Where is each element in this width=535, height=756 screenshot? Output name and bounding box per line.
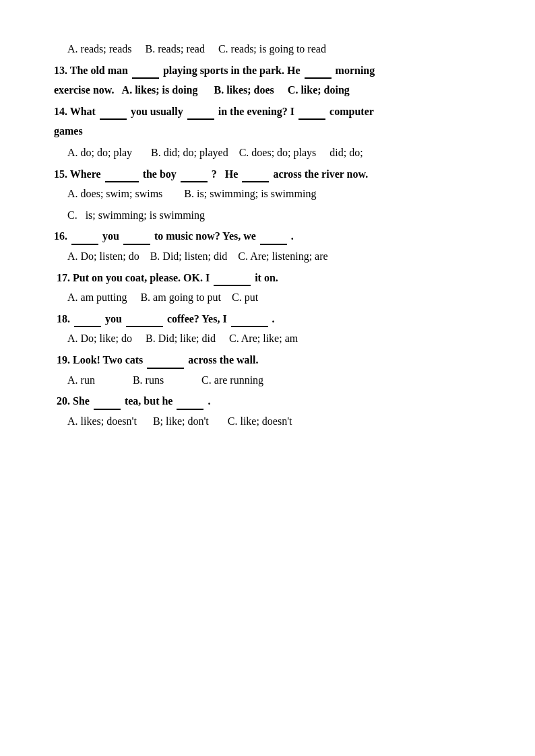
q18-blank1: [74, 315, 101, 327]
q18-text: 18. you coffee? Yes, I .: [54, 313, 275, 324]
q13-blank1: [132, 67, 159, 79]
q15-text: 15. Where the boy ? He across the river …: [54, 168, 368, 180]
q20-options-text: A. likes; doesn't B; like; don't C. like…: [67, 415, 292, 427]
q14-blank3: [298, 108, 325, 120]
q19-blank1: [147, 357, 184, 369]
question-14: 14. What you usually in the evening? I c…: [54, 103, 481, 121]
q20-blank1: [94, 398, 121, 410]
q15-optA-text: A. does; swim; swims B. is; swimming; is…: [67, 188, 316, 199]
q17-blank1: [214, 274, 251, 286]
main-content: A. reads; reads B. reads; read C. reads;…: [54, 40, 481, 429]
q14-continuation: games: [54, 123, 481, 140]
question-13: 13. The old man playing sports in the pa…: [54, 62, 481, 79]
q18-options-text: A. Do; like; do B. Did; like; did C. Are…: [67, 333, 298, 344]
q18-blank3: [231, 315, 268, 327]
q19-options-text: A. run B. runs C. are running: [67, 374, 263, 386]
options-q17: A. am putting B. am going to put C. put: [54, 289, 481, 306]
q20-blank2: [177, 398, 203, 410]
question-19: 19. Look! Two cats across the wall.: [54, 351, 481, 369]
q16-blank1: [71, 233, 98, 245]
q14-blank1: [100, 108, 127, 120]
options-q15a: A. does; swim; swims B. is; swimming; is…: [54, 185, 481, 203]
question-20: 20. She tea, but he .: [54, 392, 481, 410]
options-q12: A. reads; reads B. reads; read C. reads;…: [54, 40, 481, 58]
q14-text: 14. What you usually in the evening? I c…: [54, 106, 374, 117]
q13-cont-text: exercise now. A. likes; is doing B. like…: [54, 84, 350, 96]
q18-blank2: [126, 315, 163, 327]
option-text: A. reads; reads B. reads; read C. reads;…: [67, 43, 326, 55]
q17-text: 17. Put on you coat, please. OK. I it on…: [54, 272, 278, 283]
options-q15c: C. is; swimming; is swimming: [54, 207, 481, 224]
q16-blank2: [123, 233, 150, 245]
question-17: 17. Put on you coat, please. OK. I it on…: [54, 269, 481, 287]
question-18: 18. you coffee? Yes, I .: [54, 310, 481, 328]
q16-text: 16. you to music now? Yes, we .: [54, 230, 294, 242]
question-15: 15. Where the boy ? He across the river …: [54, 166, 481, 183]
question-16: 16. you to music now? Yes, we .: [54, 228, 481, 245]
q14-blank2: [187, 108, 214, 120]
q14-options-text: A. do; do; play B. did; do; played C. do…: [67, 147, 363, 158]
q15-blank1: [105, 170, 139, 182]
q17-options-text: A. am putting B. am going to put C. put: [67, 291, 258, 303]
q13-continuation: exercise now. A. likes; is doing B. like…: [54, 81, 481, 99]
q16-blank3: [260, 233, 287, 245]
options-q16: A. Do; listen; do B. Did; listen; did C.…: [54, 248, 481, 265]
q13-blank2: [305, 67, 332, 79]
q13-text: 13. The old man playing sports in the pa…: [54, 65, 375, 76]
q16-options-text: A. Do; listen; do B. Did; listen; did C.…: [67, 250, 328, 262]
q15-blank2: [181, 170, 208, 182]
q20-text: 20. She tea, but he .: [54, 395, 210, 407]
options-q18: A. Do; like; do B. Did; like; did C. Are…: [54, 330, 481, 347]
options-q19: A. run B. runs C. are running: [54, 372, 481, 389]
options-q20: A. likes; doesn't B; like; don't C. like…: [54, 413, 481, 430]
options-q14: A. do; do; play B. did; do; played C. do…: [54, 144, 481, 162]
q14-cont-text: games: [54, 125, 83, 137]
q15-blank3: [242, 170, 269, 182]
q15-optC-text: C. is; swimming; is swimming: [67, 209, 205, 221]
q19-text: 19. Look! Two cats across the wall.: [54, 354, 258, 366]
